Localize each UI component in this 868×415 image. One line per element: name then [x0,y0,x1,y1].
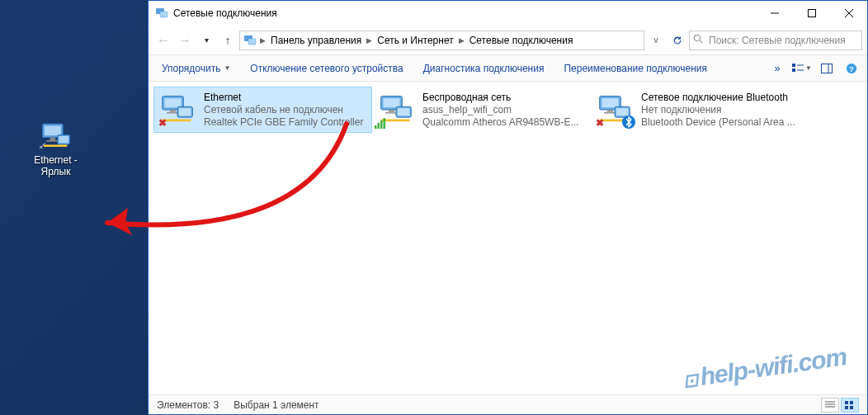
connection-status: Нет подключения [641,104,805,116]
address-row: ← → ▾ ↑ ▶ Панель управления ▶ Сеть и Инт… [149,26,867,55]
rename-button[interactable]: Переименование подключения [554,55,717,81]
forward-button[interactable]: → [175,31,195,50]
network-adapter-icon: ✖ [595,90,634,130]
error-badge-icon: ✖ [593,116,606,130]
content-area[interactable]: ✖ Ethernet Сетевой кабель не подключен R… [149,82,867,394]
search-box[interactable] [689,31,862,50]
organize-label: Упорядочить [162,63,220,74]
help-button[interactable]: ? [839,55,864,81]
connection-item-bluetooth[interactable]: ✖ Сетевое подключение Bluetooth Нет подк… [591,87,809,133]
item-count-label: Элементов: 3 [157,399,219,411]
organize-menu[interactable]: Упорядочить ▼ [152,55,240,81]
up-button[interactable]: ↑ [218,31,238,50]
svg-rect-7 [160,12,167,17]
command-bar: Упорядочить ▼ Отключение сетевого устрой… [149,55,867,82]
network-adapter-icon [36,120,76,153]
view-icons-button[interactable]: ▼ [790,55,814,81]
desktop-shortcut-label: Ethernet - Ярлык [21,154,91,177]
connection-name: Сетевое подключение Bluetooth [641,92,805,104]
connection-device: Bluetooth Device (Personal Area ... [641,116,805,129]
chevron-right-icon: ▶ [260,36,266,45]
details-view-button[interactable] [821,398,839,413]
svg-rect-29 [179,108,191,116]
svg-rect-16 [792,64,795,67]
chevron-right-icon: ▶ [366,36,372,45]
refresh-button[interactable] [668,31,687,50]
address-bar[interactable]: ▶ Панель управления ▶ Сеть и Интернет ▶ … [239,31,644,50]
svg-rect-5 [59,136,68,143]
breadcrumb-network-internet[interactable]: Сеть и Интернет [375,35,455,46]
view-more-button[interactable]: » [765,55,790,81]
svg-point-14 [694,35,700,40]
wifi-signal-icon [375,116,388,130]
selected-count-label: Выбран 1 элемент [234,399,318,411]
chevron-down-icon: ▼ [805,64,812,72]
svg-rect-31 [383,98,399,107]
back-button[interactable]: ← [153,31,173,50]
svg-rect-35 [398,108,410,116]
chevron-down-icon: ▼ [224,64,230,72]
svg-rect-3 [46,140,59,142]
svg-rect-17 [792,68,795,72]
connection-device: Qualcomm Atheros AR9485WB-E... [422,116,587,129]
svg-rect-36 [375,125,377,129]
svg-rect-50 [845,401,848,404]
connection-name: Беспроводная сеть [422,92,587,104]
diagnose-button[interactable]: Диагностика подключения [413,55,554,81]
app-icon [155,7,168,20]
svg-rect-52 [845,406,848,409]
breadcrumb-network-connections[interactable]: Сетевые подключения [468,35,575,46]
svg-rect-9 [808,9,815,17]
desktop-shortcut-ethernet[interactable]: Ethernet - Ярлык [21,120,91,177]
icons-view-button[interactable] [841,398,859,413]
error-badge-icon: ✖ [156,116,169,130]
titlebar: Сетевые подключения [149,1,867,26]
connection-name: Ethernet [204,92,368,104]
svg-rect-26 [170,110,176,112]
connection-device: Realtek PCIe GBE Family Controller [204,116,368,129]
svg-rect-2 [50,138,55,140]
location-icon [243,34,257,47]
history-dropdown-button[interactable]: ▾ [196,31,216,50]
svg-rect-41 [601,98,618,107]
breadcrumb-control-panel[interactable]: Панель управления [269,35,363,46]
window-controls [756,1,867,26]
bluetooth-icon [621,115,636,130]
network-connections-window: Сетевые подключения ← → ▾ ↑ ▶ Панель упр… [148,0,868,415]
svg-rect-37 [378,123,380,129]
preview-pane-button[interactable] [814,55,839,81]
address-dropdown-button[interactable]: v [646,31,666,50]
network-adapter-icon: ✖ [158,90,197,130]
svg-rect-1 [44,126,60,136]
maximize-button[interactable] [793,1,830,25]
status-bar: Элементов: 3 Выбран 1 элемент [149,394,867,414]
connection-status: asus_help_wifi_com [422,104,587,116]
connection-status: Сетевой кабель не подключен [204,104,368,116]
connection-item-wifi[interactable]: Беспроводная сеть asus_help_wifi_com Qua… [372,87,591,133]
window-title: Сетевые подключения [173,7,756,19]
svg-rect-53 [850,406,853,409]
svg-rect-51 [850,401,853,404]
svg-line-15 [700,40,702,43]
search-input[interactable] [709,35,858,46]
minimize-button[interactable] [756,1,793,25]
svg-rect-20 [822,64,833,73]
svg-rect-39 [384,118,386,129]
network-adapter-icon [376,90,416,130]
chevron-right-icon: ▶ [459,36,465,45]
svg-rect-32 [389,110,394,112]
close-button[interactable] [830,1,867,25]
svg-rect-13 [248,39,256,45]
svg-rect-38 [380,120,383,129]
svg-text:?: ? [849,64,854,73]
search-icon [693,34,704,47]
svg-rect-42 [607,110,613,112]
svg-rect-25 [164,98,181,107]
connection-item-ethernet[interactable]: ✖ Ethernet Сетевой кабель не подключен R… [153,87,372,133]
disable-device-button[interactable]: Отключение сетевого устройства [240,55,413,81]
